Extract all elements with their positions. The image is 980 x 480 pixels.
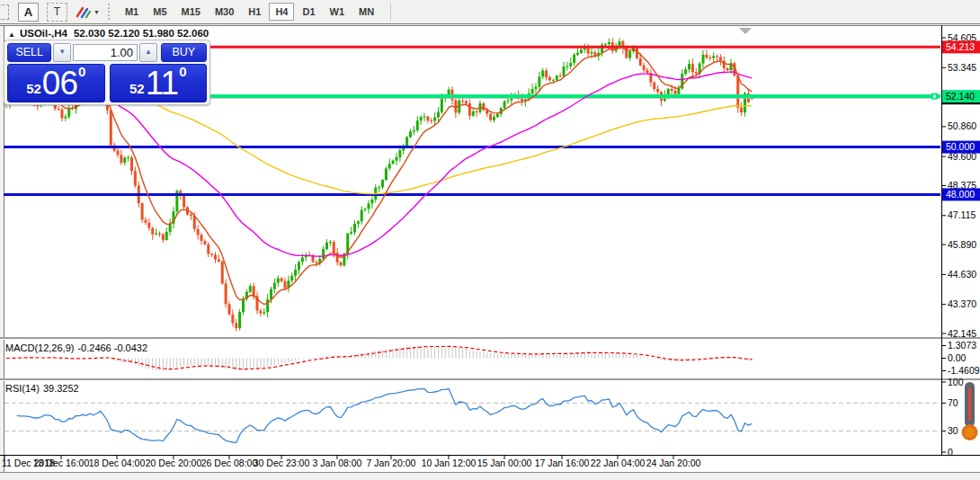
buy-price-big-figure: 52 [129,81,145,96]
sell-button[interactable]: SELL [7,43,51,62]
trading-platform-window: 54.60553.34550.86049.60048.37547.11545.8… [0,0,980,480]
tab-timeframe-h1[interactable]: H1 [242,3,267,21]
cursor-tool-icon[interactable]: F [0,4,9,20]
status-bar [0,472,980,480]
text-label-button[interactable]: T [47,3,67,22]
ohlc-values: 52.030 52.120 51.980 52.060 [74,28,209,39]
time-axis-label: 15 Jan 00:00 [477,458,532,468]
svg-text:48.000: 48.000 [946,189,975,200]
price-axis-label: 42.145 [948,328,976,339]
time-axis-label: 10 Jan 12:00 [422,458,477,468]
sell-price-big-figure: 52 [26,81,41,96]
toolbar-separator [390,3,391,21]
price-axis-label: 50.860 [948,120,976,131]
time-axis-label: 13 Dec 16:00 [33,458,90,468]
rsi-axis-label: 0 [948,447,953,458]
macd-values: -0.2466 -0.0432 [77,342,147,353]
time-axis-label: 22 Jan 04:00 [591,458,646,468]
time-axis-label: 17 Jan 16:00 [535,458,590,468]
rsi-label: RSI(14)39.3252 [5,383,79,394]
tab-timeframe-m30[interactable]: M30 [209,3,240,21]
buy-price-point: 0 [179,64,186,79]
tab-timeframe-m15[interactable]: M15 [175,3,207,21]
volume-increase-button[interactable]: ▲ [139,43,157,62]
chevron-up-icon: ▲ [145,48,152,56]
price-axis-label: 44.630 [948,269,976,280]
time-axis-label: 20 Dec 20:00 [146,458,202,468]
one-click-trading-panel: SELL ▼ ▲ BUY 52060 52110 [4,40,210,105]
buy-price-pips: 11 [146,69,178,99]
time-axis-label: 30 Dec 23:00 [254,458,310,468]
chevron-down-icon: ▼ [58,48,66,56]
sell-price-pips: 06 [42,69,77,99]
time-axis-label: 7 Jan 20:00 [367,458,416,468]
macd-label: MACD(12,26,9)-0.2466 -0.0432 [5,342,147,353]
chevron-down-icon: ▼ [94,9,100,15]
time-axis-label: 26 Dec 08:00 [201,458,258,468]
volume-input[interactable] [73,44,138,61]
tab-timeframe-w1[interactable]: W1 [324,3,352,21]
text-annotation-button[interactable]: A [18,3,39,22]
time-axis-label: 24 Jan 20:00 [646,458,701,468]
tab-timeframe-m5[interactable]: M5 [147,3,173,21]
thermometer-widget [957,381,980,446]
sell-price-display[interactable]: 52060 [7,64,105,102]
timeframe-toolbar: M1M5M15M30H1H4D1W1MN [118,3,381,21]
time-axis-label: 3 Jan 08:00 [313,458,362,468]
price-axis-label: 53.345 [948,62,976,73]
draw-arrows-button[interactable]: ▼ [76,5,100,19]
macd-axis-label: 1.3073 [948,340,976,351]
macd-axis-label: -1.4609 [948,365,980,376]
macd-axis-label: 0.00 [948,352,967,363]
toolbar-grip[interactable] [108,4,112,20]
price-axis-label: 43.370 [948,298,976,309]
symbol-title: USOil-,H4 [20,28,67,39]
tab-timeframe-mn[interactable]: MN [352,3,380,21]
buy-price-display[interactable]: 52110 [110,64,208,102]
svg-text:52.140: 52.140 [946,91,975,102]
buy-button[interactable]: BUY [161,43,207,62]
tab-timeframe-h4[interactable]: H4 [269,3,294,21]
collapse-panel-icon[interactable]: ▲ [8,31,15,39]
chart-header: ▲USOil-,H452.030 52.120 51.980 52.060 [8,28,209,39]
svg-text:50.000: 50.000 [946,141,975,152]
tab-timeframe-d1[interactable]: D1 [296,3,321,21]
tab-timeframe-m1[interactable]: M1 [119,3,145,21]
price-axis-label: 47.115 [948,209,976,220]
svg-text:54.213: 54.213 [946,41,975,52]
price-axis-label: 45.890 [948,239,976,250]
main-toolbar: F A T ▼ M1M5M15M30H1H4D1W1MN [0,0,980,24]
time-axis-label: 18 Dec 04:00 [89,458,146,468]
volume-decrease-button[interactable]: ▼ [53,43,71,62]
sell-price-point: 0 [78,64,85,79]
thermometer-icon [957,381,980,446]
crayons-icon [76,5,91,19]
rsi-value: 39.3252 [43,383,79,394]
